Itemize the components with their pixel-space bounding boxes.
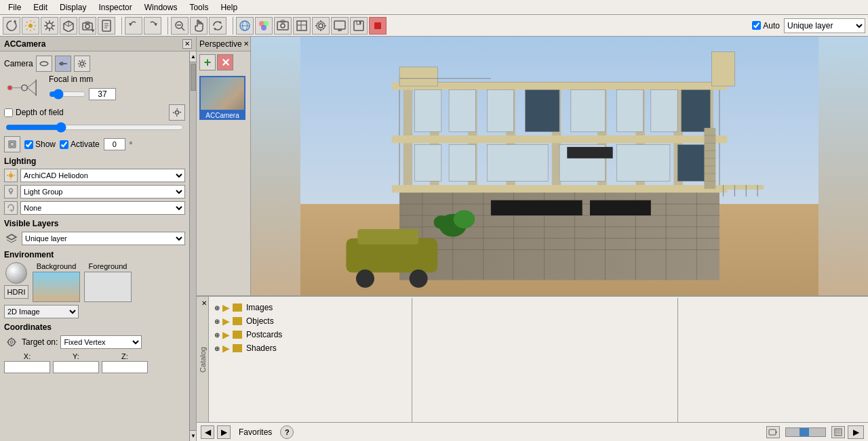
bottom-close-btn[interactable]: ✕ — [199, 298, 209, 308]
catalog-item-shaders[interactable]: ⊕ ▶ Shaders — [212, 341, 409, 355]
zoom-btn[interactable] — [171, 17, 189, 35]
dof-row: Depth of field — [4, 104, 185, 121]
catalog-item-objects[interactable]: ⊕ ▶ Objects — [212, 314, 409, 328]
doc-btn[interactable] — [98, 17, 115, 35]
color-btn[interactable] — [255, 17, 273, 35]
auto-checkbox[interactable] — [752, 21, 761, 30]
svg-line-9 — [26, 28, 28, 30]
show-checkbox[interactable] — [24, 140, 33, 149]
settings-btn[interactable] — [312, 17, 330, 35]
svg-line-7 — [34, 28, 35, 30]
show-row: Show Activate ° — [4, 136, 185, 152]
panel-close-btn[interactable]: ✕ — [182, 39, 192, 49]
focal-row: Focal in mm — [49, 75, 185, 84]
scroll-up-btn[interactable]: ▲ — [190, 51, 197, 62]
catalog-help-btn[interactable]: ? — [280, 425, 294, 439]
add-camera-btn[interactable]: + — [199, 54, 216, 70]
x-input[interactable]: -30.29 cm — [4, 361, 50, 373]
refresh-btn[interactable] — [209, 17, 226, 35]
panel-scrollbar[interactable]: ▲ ▼ — [189, 51, 196, 441]
catalog-item-postcards[interactable]: ⊕ ▶ Postcards — [212, 328, 409, 341]
focal-slider[interactable] — [49, 90, 86, 98]
svg-rect-106 — [449, 90, 475, 132]
cam-thumbnails-panel: Perspective ✕ + ✕ ACCamera — [197, 37, 251, 295]
folder-shaders-icon: ▶ — [222, 343, 230, 354]
catalog-item-images[interactable]: ⊕ ▶ Images — [212, 301, 409, 314]
catalog-prev-btn[interactable]: ◀ — [201, 425, 214, 439]
menu-display[interactable]: Display — [54, 1, 92, 14]
svg-rect-115 — [487, 145, 548, 182]
cam-icon-settings[interactable] — [74, 56, 90, 72]
cam-thumb-label: ACCamera — [199, 111, 245, 120]
screen-btn[interactable] — [331, 17, 349, 35]
menu-inspector[interactable]: Inspector — [93, 1, 137, 14]
undo-btn[interactable] — [125, 17, 142, 35]
show-checkbox-label[interactable]: Show — [24, 140, 56, 149]
bottom-catalog-area: ✕ Catalog ⊕ ▶ Images — [197, 295, 868, 441]
expand-icon-shaders: ⊕ — [214, 345, 220, 352]
hdri-btn[interactable]: HDRI — [4, 285, 28, 299]
activate-checkbox[interactable] — [60, 140, 68, 149]
perspective-close-btn[interactable]: ✕ — [243, 39, 249, 49]
thumbnail-preview — [201, 77, 244, 110]
cam-thumbnail-item[interactable]: ACCamera — [199, 76, 248, 120]
menu-help[interactable]: Help — [215, 1, 243, 14]
scroll-thumb[interactable] — [191, 64, 196, 91]
grid-btn[interactable] — [293, 17, 311, 35]
cube-tool-btn[interactable] — [60, 17, 77, 35]
light-tool-btn[interactable] — [22, 17, 39, 35]
play-btn[interactable]: ▶ — [848, 425, 864, 439]
sun-tool-btn[interactable] — [41, 17, 58, 35]
dof-slider[interactable] — [5, 123, 184, 131]
foreground-col: Foreground — [84, 262, 132, 302]
svg-point-32 — [261, 25, 267, 30]
y-input[interactable]: -597.89 cm — [53, 361, 99, 373]
3d-viewport[interactable] — [251, 37, 868, 295]
layer-select[interactable]: Unique layer — [784, 18, 865, 33]
svg-rect-40 — [334, 21, 345, 29]
remove-camera-btn[interactable]: ✕ — [217, 54, 233, 70]
svg-point-59 — [9, 173, 13, 177]
archicad-dropdown[interactable]: ArchiCAD Heliodon — [20, 169, 185, 182]
svg-point-10 — [47, 23, 52, 28]
unique-layer-dropdown[interactable]: Unique layer — [22, 232, 185, 245]
timeline-thumb[interactable] — [800, 428, 809, 436]
svg-line-53 — [27, 81, 36, 87]
env-sphere — [5, 262, 27, 284]
target-select[interactable]: Fixed Vertex — [60, 335, 142, 349]
activate-checkbox-label[interactable]: Activate — [60, 140, 100, 149]
catalog-content: ⊕ ▶ Images ⊕ ▶ Objects ⊕ — [209, 298, 868, 422]
menu-file[interactable]: File — [3, 1, 26, 14]
layers-row: Unique layer — [4, 231, 185, 246]
image-type-select[interactable]: 2D Image — [4, 305, 79, 318]
z-input[interactable]: 401.33 cm — [102, 361, 148, 373]
rotation-input[interactable] — [104, 138, 125, 150]
stop-btn[interactable] — [369, 17, 387, 35]
none-dropdown[interactable]: None — [20, 201, 185, 215]
focal-input[interactable]: 37 — [89, 88, 116, 100]
cam-icon-motion[interactable] — [55, 56, 71, 72]
auto-checkbox-label[interactable]: Auto — [752, 21, 780, 30]
world-btn[interactable] — [236, 17, 254, 35]
menu-windows[interactable]: Windows — [139, 1, 183, 14]
light-group-dropdown[interactable]: Light Group — [20, 185, 185, 198]
menu-tools[interactable]: Tools — [184, 1, 214, 14]
menu-edit[interactable]: Edit — [28, 1, 53, 14]
photo-btn[interactable] — [274, 17, 292, 35]
redo-btn[interactable] — [144, 17, 161, 35]
svg-rect-45 — [374, 22, 381, 29]
camera-render-btn[interactable]: ▼ — [79, 17, 96, 35]
svg-point-1 — [28, 24, 33, 28]
img-save-btn[interactable] — [350, 17, 368, 35]
timeline-track[interactable] — [785, 427, 826, 437]
svg-point-34 — [281, 24, 285, 28]
catalog-next-btn[interactable]: ▶ — [217, 425, 231, 439]
hand-btn[interactable] — [190, 17, 208, 35]
rotate-tool-btn[interactable] — [3, 17, 20, 35]
cam-icon-curves[interactable] — [36, 56, 52, 72]
image-type-row: 2D Image — [4, 305, 185, 318]
favorites-tab[interactable]: Favorites — [233, 426, 277, 438]
dof-checkbox[interactable] — [4, 108, 13, 117]
scroll-down-btn[interactable]: ▼ — [190, 430, 197, 441]
dof-settings-btn[interactable] — [169, 104, 185, 121]
